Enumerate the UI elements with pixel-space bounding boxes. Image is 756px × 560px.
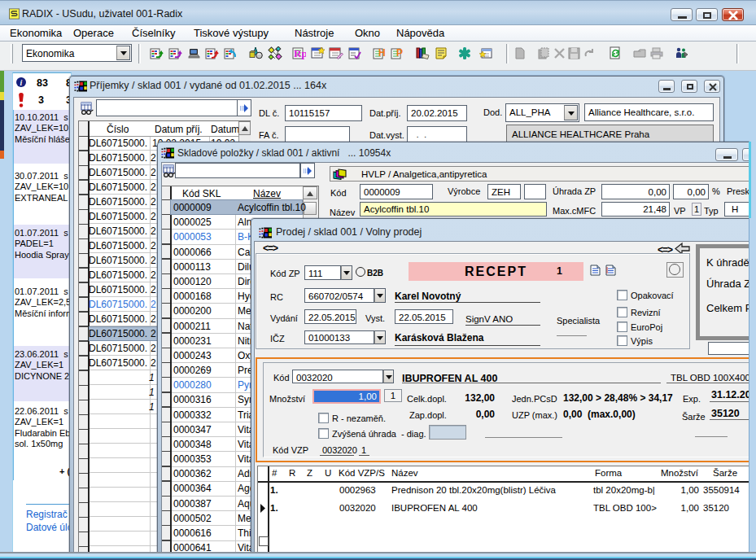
svg-text:i: i xyxy=(20,78,23,87)
svg-text:Rp: Rp xyxy=(294,47,306,59)
svg-text:H: H xyxy=(378,47,386,59)
svg-text:P: P xyxy=(396,47,403,59)
